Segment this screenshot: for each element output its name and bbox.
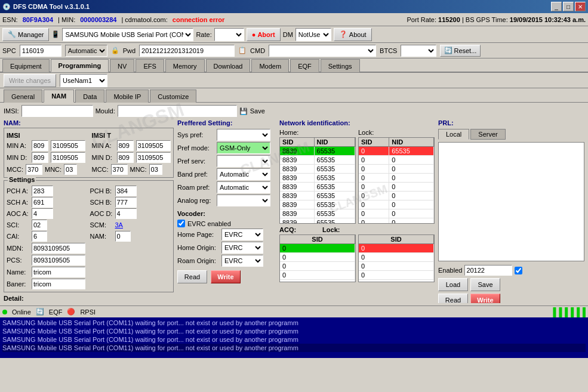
acq-table-wrap[interactable]: SID 000000 [279,234,356,282]
tab-memory[interactable]: Memory [165,59,205,72]
tab-mobile-ip[interactable]: Mobile IP [106,89,149,103]
mould-input[interactable] [118,105,237,117]
pref-read-button[interactable]: Read [177,270,207,283]
auto-select[interactable]: Automatic [65,45,107,57]
prl-read-button[interactable]: Read [438,294,468,303]
about-button[interactable]: ❓ About [334,28,372,41]
pch-a-input[interactable] [32,186,53,196]
settings-label: Settings [8,176,36,183]
tab-settings[interactable]: Settings [321,59,360,72]
cai-input[interactable] [32,231,47,242]
imsi-t-min-a-input2[interactable] [136,140,171,151]
reset-button[interactable]: 🔄 Reset... [440,45,481,57]
home-origin-select[interactable]: EVRC [221,242,263,254]
prl-write-button[interactable]: Write [470,294,500,303]
sci-input[interactable] [32,220,47,230]
imsi-t-min-d-input1[interactable] [117,152,134,163]
sch-b-input[interactable] [115,197,137,208]
min-value: 0000003284 [80,16,116,23]
sch-a-input[interactable] [32,197,53,208]
mcc-label: MCC: [7,166,23,173]
analog-reg-row: Analog reg: [177,195,276,206]
pwd-input[interactable] [139,45,235,57]
min-d-input1[interactable] [32,152,48,163]
imsi-t-mcc-input[interactable] [111,164,128,175]
aoc-d-input[interactable] [115,208,137,219]
tab-modem[interactable]: Modem [251,59,289,72]
btcs-select[interactable] [401,45,436,57]
manager-button[interactable]: 🔧 Manager [2,28,49,41]
acq-lock-table-wrap[interactable]: SID 000000 [358,234,435,282]
nam-val-input[interactable] [115,231,131,242]
mnc-input[interactable] [64,164,77,175]
home-table-wrap[interactable]: SID NID 88396553588396553588396553588396… [279,137,356,224]
baner-label: Baner: [7,280,29,288]
pcs-input[interactable] [32,255,85,266]
usenam-select[interactable]: UseNam1 UseNam2 [60,74,107,87]
prl-save-button[interactable]: Save [470,278,500,291]
mdn-input[interactable] [32,243,85,254]
prl-load-button[interactable]: Load [438,278,468,291]
port-select[interactable]: SAMSUNG Mobile USB Serial Port (COM11) [62,28,193,41]
prl-local-tab[interactable]: Local [438,129,469,140]
tab-download[interactable]: Download [206,59,251,72]
imsi-t-min-d-input2[interactable] [136,152,171,163]
tab-nv[interactable]: NV [110,59,134,72]
prl-server-tab[interactable]: Server [470,129,505,140]
tab-programming[interactable]: Programming [51,59,109,72]
tab-equipment[interactable]: Equipment [2,59,50,72]
tab-nam[interactable]: NAM [44,89,74,103]
abort-button[interactable]: ● Abort [247,28,281,41]
roam-origin-select[interactable]: EVRC [221,255,263,267]
aoc-a-input[interactable] [32,208,53,219]
analog-reg-select[interactable] [217,195,270,206]
lock-table-row: 00 [359,183,434,192]
tab-general[interactable]: General [4,89,42,103]
cmd-select[interactable] [269,45,376,57]
sys-pref-select[interactable] [217,129,270,141]
write-changes-button[interactable]: Write changes [4,74,56,87]
prl-load-save-btns: Load Save [438,278,584,291]
name-input[interactable] [32,267,85,277]
enabled-input[interactable] [464,265,512,276]
rpsi-icon: 🔴 [67,308,75,316]
pref-mode-select[interactable]: GSM-Only [217,142,270,154]
dm-select[interactable]: NotUse [295,28,331,41]
maximize-button[interactable]: □ [563,2,574,11]
save-button[interactable]: Save [250,107,265,115]
imsi-t-mcc-label: MCC: [92,166,109,173]
band-pref-select[interactable]: Automatic [217,168,270,180]
mcc-input[interactable] [26,164,42,175]
min-a-input1[interactable] [32,140,48,151]
pch-b-input[interactable] [115,186,137,196]
tab-data[interactable]: Data [75,89,104,103]
tab-eqf[interactable]: EQF [290,59,319,72]
enabled-cb[interactable] [515,267,522,274]
min-a-input2[interactable] [51,140,85,151]
tab-customize[interactable]: Customize [150,89,196,103]
pref-mode-label: Pref mode: [177,144,214,152]
pwd-label: Pwd [123,47,136,54]
lock-table-wrap[interactable]: SID NID 0655350000000000000000000000 [358,137,435,224]
pref-write-button[interactable]: Write [211,270,241,283]
spc-input[interactable] [20,45,61,57]
rate-info: Port Rate: 115200 | BS GPS Time: 19/09/2… [407,16,586,23]
home-page-select[interactable]: EVRC [221,229,263,240]
minimize-button[interactable]: _ [551,2,562,11]
baner-input[interactable] [32,279,85,289]
close-button[interactable]: ✕ [575,2,586,11]
tab-row-1: Equipment Programming NV EFS Memory Down… [0,58,588,73]
scm-link[interactable]: 3A [115,221,123,229]
imsi-input[interactable] [21,105,93,117]
home-table-row: 883965535 [280,200,355,209]
roam-pref-label: Roam pref: [177,184,214,191]
min-d-input2[interactable] [51,152,85,163]
btcs-label: BTCS [380,47,397,54]
imsi-t-min-a-input1[interactable] [117,140,134,151]
imsi-t-mnc-input[interactable] [149,164,162,175]
roam-pref-select[interactable]: Automatic [217,181,270,193]
rate-select[interactable] [214,28,244,41]
evrc-enabled-cb[interactable] [177,220,185,227]
tab-efs[interactable]: EFS [136,59,164,72]
pref-serv-select[interactable] [217,155,270,167]
